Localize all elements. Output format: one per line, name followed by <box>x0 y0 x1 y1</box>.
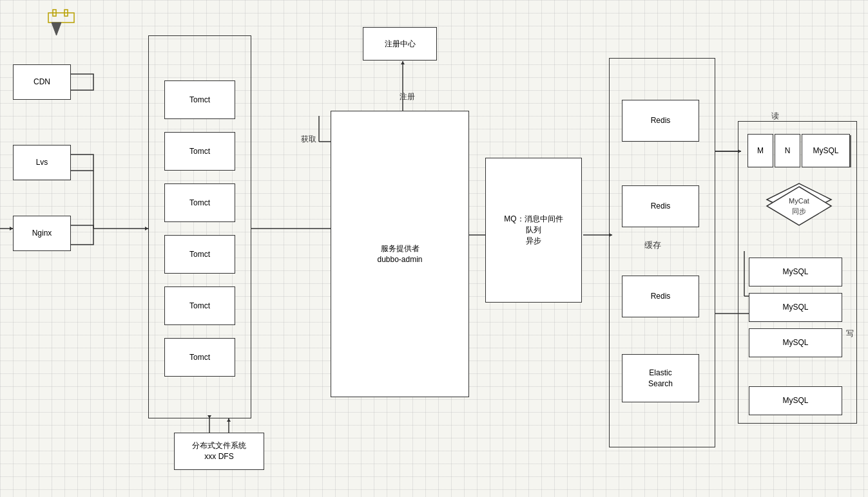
registry-box: 注册中心 <box>363 27 437 61</box>
elastic-search-label: Elastic Search <box>648 368 673 389</box>
registry-label: 注册中心 <box>385 39 416 50</box>
mysql-write-2: MySQL <box>749 293 842 322</box>
mysql-read-mysql: MySQL <box>802 134 850 167</box>
dfs-label: 分布式文件系统 xxx DFS <box>192 440 246 462</box>
tomcat-2-label: Tomct <box>189 146 210 157</box>
tomcat-box-2: Tomct <box>164 132 235 171</box>
service-provider-label: 服务提供者 dubbo-admin <box>377 243 422 265</box>
mysql-write-3-label: MySQL <box>782 337 808 348</box>
cdn-label: CDN <box>34 77 50 88</box>
svg-marker-33 <box>767 187 831 225</box>
write-label: 写 <box>846 328 854 339</box>
mysql-write-4-label: MySQL <box>782 395 808 406</box>
redis-box-1: Redis <box>622 100 699 142</box>
lvs-box: Lvs <box>13 145 71 180</box>
mysql-read-n: N <box>775 134 800 167</box>
tomcat-box-3: Tomct <box>164 183 235 222</box>
tomcat-3-label: Tomct <box>189 198 210 209</box>
svg-rect-1 <box>53 10 56 16</box>
tomcat-5-label: Tomct <box>189 301 210 312</box>
cdn-box: CDN <box>13 64 71 100</box>
obtain-label: 获取 <box>301 134 316 145</box>
redis-1-label: Redis <box>651 115 671 126</box>
nginx-label: Nginx <box>32 228 52 239</box>
dfs-box: 分布式文件系统 xxx DFS <box>174 433 264 470</box>
mycat-diamond-svg: MyCat 同步 <box>764 183 834 229</box>
svg-marker-12 <box>401 61 405 64</box>
service-provider-box: 服务提供者 dubbo-admin <box>331 111 469 397</box>
svg-marker-22 <box>227 418 231 422</box>
svg-rect-0 <box>48 13 74 23</box>
mysql-write-1: MySQL <box>749 258 842 286</box>
svg-marker-3 <box>52 23 61 35</box>
lvs-label: Lvs <box>36 157 48 168</box>
tomcat-1-label: Tomct <box>189 95 210 106</box>
tomcat-4-label: Tomct <box>189 249 210 260</box>
mysql-write-2-label: MySQL <box>782 302 808 313</box>
redis-3-label: Redis <box>651 291 671 302</box>
diagram-container: CDN Lvs Nginx Tomct Tomct Tomct Tomct To… <box>0 0 868 497</box>
tomcat-box-4: Tomct <box>164 235 235 274</box>
cache-label: 缓存 <box>644 239 661 251</box>
redis-2-label: Redis <box>651 201 671 212</box>
tomcat-box-6: Tomct <box>164 338 235 377</box>
svg-text:MyCat: MyCat <box>789 197 809 205</box>
mysql-write-1-label: MySQL <box>782 267 808 277</box>
tomcat-box-1: Tomct <box>164 80 235 119</box>
nginx-box: Nginx <box>13 216 71 251</box>
read-label: 读 <box>771 111 779 122</box>
svg-rect-2 <box>64 10 68 16</box>
mysql-n-label: N <box>785 145 791 156</box>
tomcat-6-label: Tomct <box>189 352 210 363</box>
mq-label: MQ：消息中间件 队列 异步 <box>504 214 563 246</box>
elastic-search-box: Elastic Search <box>622 354 699 402</box>
mysql-write-4: MySQL <box>749 386 842 415</box>
mysql-m-label: M <box>757 145 764 156</box>
mysql-read-label: MySQL <box>813 145 838 156</box>
redis-box-2: Redis <box>622 185 699 227</box>
mysql-read-m: M <box>747 134 773 167</box>
svg-text:同步: 同步 <box>792 207 806 215</box>
mycat-box: MyCat 同步 <box>764 183 834 229</box>
mq-box: MQ：消息中间件 队列 异步 <box>485 158 582 303</box>
register-label: 注册 <box>400 91 415 102</box>
tomcat-box-5: Tomct <box>164 286 235 325</box>
redis-box-3: Redis <box>622 276 699 317</box>
mysql-write-3: MySQL <box>749 328 842 357</box>
